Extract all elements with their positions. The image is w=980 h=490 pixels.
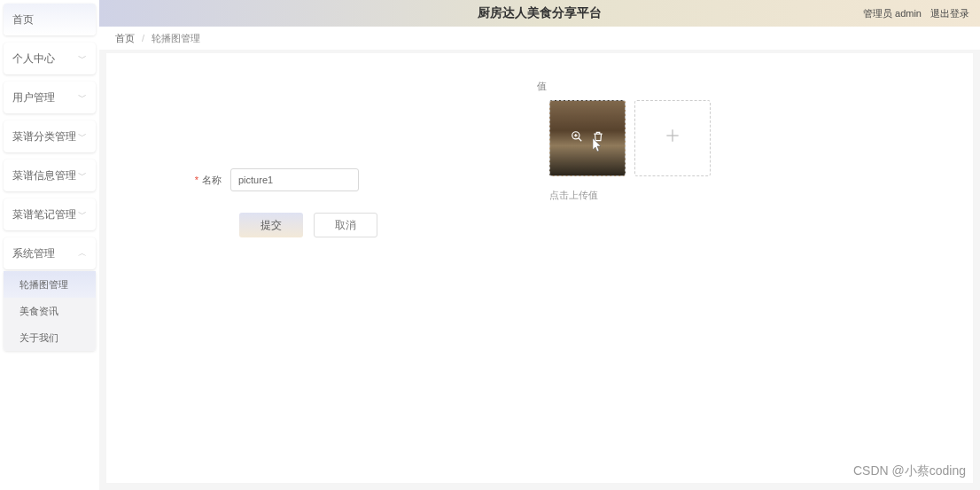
breadcrumb: 首页 / 轮播图管理	[99, 27, 980, 50]
name-label: 名称	[177, 174, 230, 187]
name-input[interactable]	[230, 168, 359, 191]
content-panel: 名称 提交 取消 值	[106, 53, 973, 483]
chevron-down-icon: ﹀	[78, 91, 87, 104]
breadcrumb-current: 轮播图管理	[152, 32, 200, 45]
zoom-in-icon[interactable]	[571, 130, 583, 146]
upload-hint: 点击上传值	[549, 189, 955, 202]
chevron-up-icon: ︿	[78, 247, 87, 260]
admin-label[interactable]: 管理员 admin	[863, 7, 922, 20]
sidebar-item-label: 系统管理	[12, 246, 55, 261]
sidebar-item-users[interactable]: 用户管理 ﹀	[4, 82, 96, 113]
breadcrumb-home[interactable]: 首页	[115, 32, 135, 45]
sidebar-item-label: 用户管理	[12, 90, 55, 105]
breadcrumb-separator: /	[142, 33, 144, 43]
chevron-down-icon: ﹀	[78, 208, 87, 221]
sidebar-item-label: 菜谱信息管理	[12, 168, 76, 183]
chevron-down-icon: ﹀	[78, 52, 87, 65]
sidebar-item-recipe[interactable]: 菜谱信息管理 ﹀	[4, 159, 96, 191]
submenu-item-label: 关于我们	[19, 331, 58, 345]
upload-add-button[interactable]	[634, 100, 711, 176]
sidebar-item-system[interactable]: 系统管理 ︿	[4, 237, 96, 269]
cancel-button[interactable]: 取消	[314, 213, 377, 237]
sidebar-item-label: 菜谱分类管理	[12, 129, 76, 144]
plus-icon	[664, 127, 681, 150]
submenu-item-label: 美食资讯	[19, 305, 58, 318]
top-header: 厨房达人美食分享平台 管理员 admin 退出登录	[99, 0, 980, 27]
submenu-item-news[interactable]: 美食资讯	[4, 298, 96, 324]
svg-line-1	[579, 138, 582, 142]
sidebar-item-category[interactable]: 菜谱分类管理 ﹀	[4, 121, 96, 152]
submenu-item-carousel[interactable]: 轮播图管理	[4, 271, 96, 298]
upload-label: 值	[537, 80, 955, 93]
sidebar-home-label: 首页	[12, 12, 34, 27]
trash-icon[interactable]	[592, 130, 604, 146]
chevron-down-icon: ﹀	[78, 130, 87, 143]
sidebar-home[interactable]: 首页	[4, 4, 96, 35]
chevron-down-icon: ﹀	[78, 169, 87, 182]
submenu-item-label: 轮播图管理	[19, 278, 68, 292]
sidebar-item-profile[interactable]: 个人中心 ﹀	[4, 43, 96, 74]
submit-button[interactable]: 提交	[239, 213, 303, 237]
image-preview[interactable]	[549, 100, 626, 176]
logout-link[interactable]: 退出登录	[930, 7, 969, 20]
sidebar-item-label: 菜谱笔记管理	[12, 207, 76, 222]
app-title: 厨房达人美食分享平台	[478, 5, 602, 21]
sidebar-item-label: 个人中心	[12, 51, 55, 66]
sidebar-submenu: 轮播图管理 美食资讯 关于我们	[4, 271, 96, 351]
sidebar-item-notes[interactable]: 菜谱笔记管理 ﹀	[4, 198, 96, 230]
sidebar: 首页 个人中心 ﹀ 用户管理 ﹀ 菜谱分类管理 ﹀ 菜谱信息管理 ﹀ 菜谱笔记管…	[0, 0, 99, 490]
submenu-item-about[interactable]: 关于我们	[4, 324, 96, 351]
